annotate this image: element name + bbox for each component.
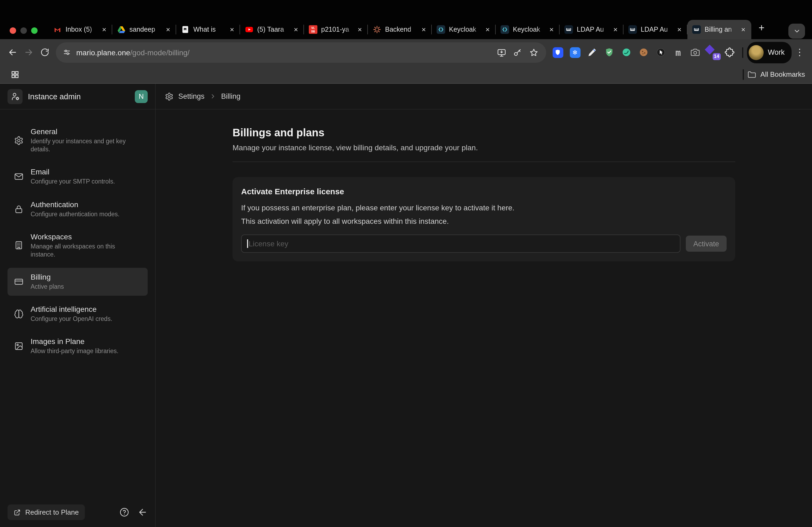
sidebar-item-billing[interactable]: Billing Active plans xyxy=(8,268,148,296)
tab-keycloak-1[interactable]: Keycloak ✕ xyxy=(432,20,496,39)
sidebar-item-email[interactable]: Email Configure your SMTP controls. xyxy=(8,163,148,191)
tab-title: Billing an xyxy=(705,26,737,33)
tab-close-icon[interactable]: ✕ xyxy=(547,25,556,34)
tab-close-icon[interactable]: ✕ xyxy=(100,25,108,34)
tab-close-icon[interactable]: ✕ xyxy=(419,25,428,34)
extension-cookie-manager[interactable] xyxy=(618,44,635,61)
chevron-down-icon xyxy=(793,27,800,35)
redirect-to-plane-button[interactable]: Redirect to Plane xyxy=(8,505,85,520)
pen-icon xyxy=(587,47,597,57)
extension-snowflake[interactable]: ❄ xyxy=(566,44,583,61)
site-settings-icon[interactable] xyxy=(59,44,75,60)
svg-text:DB: DB xyxy=(311,30,315,33)
help-button[interactable] xyxy=(119,507,129,517)
url-text[interactable]: mario.plane.one/god-mode/billing/ xyxy=(76,48,190,57)
all-bookmarks-button[interactable]: All Bookmarks xyxy=(748,70,805,79)
tab-title: LDAP Au xyxy=(577,26,610,33)
tab-close-icon[interactable]: ✕ xyxy=(739,25,748,34)
keycloak-favicon-icon xyxy=(437,25,445,34)
sidebar-item-authentication[interactable]: Authentication Configure authentication … xyxy=(8,195,148,223)
profile-name: Work xyxy=(768,48,785,56)
folder-icon xyxy=(748,70,756,79)
bookmark-star-button[interactable] xyxy=(525,44,541,60)
profile-chip[interactable]: Work xyxy=(747,42,792,63)
tab-inbox[interactable]: Inbox (5) ✕ xyxy=(48,20,112,39)
tab-backend[interactable]: Backend ✕ xyxy=(368,20,432,39)
sidebar-title: Instance admin xyxy=(28,92,129,101)
close-window-button[interactable] xyxy=(10,27,16,34)
minimize-window-button[interactable] xyxy=(20,27,27,34)
zoom-window-button[interactable] xyxy=(31,27,38,34)
install-app-button[interactable] xyxy=(493,44,509,60)
shield-check-icon xyxy=(604,47,614,57)
tab-ldap-2[interactable]: LDAP Au ✕ xyxy=(624,20,687,39)
tab-what-is[interactable]: What is ✕ xyxy=(176,20,240,39)
help-circle-icon xyxy=(119,507,129,517)
tab-title: LDAP Au xyxy=(641,26,673,33)
collapse-sidebar-button[interactable] xyxy=(137,507,148,517)
settings-gear-icon xyxy=(165,92,173,101)
star-icon xyxy=(529,47,538,57)
tab-title: Keycloak xyxy=(449,26,482,33)
tab-close-icon[interactable]: ✕ xyxy=(356,25,364,34)
extension-badge: 14 xyxy=(712,53,721,60)
tab-vldb[interactable]: VLDB p2101-ya ✕ xyxy=(304,20,368,39)
google-drive-favicon-icon xyxy=(117,25,126,34)
profile-avatar xyxy=(748,45,764,60)
tab-close-icon[interactable]: ✕ xyxy=(292,25,300,34)
tab-keycloak-2[interactable]: Keycloak ✕ xyxy=(496,20,560,39)
tab-youtube[interactable]: (5) Taara ✕ xyxy=(240,20,304,39)
back-arrow-icon xyxy=(7,47,17,57)
tab-ldap-1[interactable]: LDAP Au ✕ xyxy=(560,20,624,39)
camera-icon xyxy=(690,47,700,57)
license-input-wrap xyxy=(241,235,680,253)
tab-drive[interactable]: sandeep ✕ xyxy=(112,20,176,39)
forward-button[interactable] xyxy=(20,44,37,60)
tab-billing-active[interactable]: Billing an ✕ xyxy=(687,20,751,39)
plane-favicon-icon xyxy=(628,25,637,34)
extension-monkeytype[interactable]: m xyxy=(669,44,686,61)
license-key-input[interactable] xyxy=(241,235,680,253)
window-controls[interactable] xyxy=(10,27,38,34)
tab-search-button[interactable] xyxy=(788,24,805,39)
image-icon xyxy=(14,342,24,351)
extension-screenshot[interactable] xyxy=(686,44,704,61)
tabs-container: Inbox (5) ✕ sandeep ✕ What is ✕ xyxy=(48,20,770,39)
address-bar[interactable]: mario.plane.one/god-mode/billing/ xyxy=(56,42,546,62)
cursor-icon xyxy=(656,47,666,57)
reload-button[interactable] xyxy=(37,44,53,60)
tab-close-icon[interactable]: ✕ xyxy=(164,25,172,34)
password-manager-button[interactable] xyxy=(509,44,525,60)
external-link-icon xyxy=(13,509,21,516)
user-avatar-badge[interactable]: N xyxy=(135,90,148,103)
new-tab-button[interactable]: + xyxy=(753,20,770,36)
extensions-menu-button[interactable] xyxy=(721,44,738,61)
tab-close-icon[interactable]: ✕ xyxy=(228,25,236,34)
brain-icon xyxy=(14,310,24,319)
activate-button[interactable]: Activate xyxy=(686,236,727,252)
mail-icon xyxy=(14,172,24,182)
extension-bitwarden[interactable] xyxy=(549,44,566,61)
browser-menu-button[interactable]: ⋮ xyxy=(792,44,808,60)
breadcrumb-settings[interactable]: Settings xyxy=(178,92,205,100)
extension-colorpicker[interactable] xyxy=(583,44,601,61)
apps-shortcut-button[interactable] xyxy=(7,66,23,82)
back-button[interactable] xyxy=(4,44,20,60)
tab-close-icon[interactable]: ✕ xyxy=(483,25,492,34)
extension-cursor-recorder[interactable] xyxy=(652,44,669,61)
sidebar-item-artificial-intelligence[interactable]: Artificial intelligence Configure your O… xyxy=(8,300,148,328)
toolbar-separator xyxy=(742,47,743,58)
tab-close-icon[interactable]: ✕ xyxy=(675,25,684,34)
tab-close-icon[interactable]: ✕ xyxy=(611,25,620,34)
extension-adguard[interactable] xyxy=(601,44,618,61)
extension-cookie-editor[interactable] xyxy=(635,44,652,61)
sidebar-item-workspaces[interactable]: Workspaces Manage all workspaces on this… xyxy=(8,227,148,264)
all-bookmarks-label: All Bookmarks xyxy=(760,70,805,78)
bookmarks-bar: All Bookmarks xyxy=(0,65,812,84)
building-icon xyxy=(14,241,24,250)
extension-purple-badge[interactable]: 14 xyxy=(704,44,721,61)
claude-starburst-favicon-icon xyxy=(373,25,381,34)
sidebar-item-general[interactable]: General Identify your instances and get … xyxy=(8,122,148,159)
sidebar-item-images-in-plane[interactable]: Images in Plane Allow third-party image … xyxy=(8,332,148,360)
leaf-icon xyxy=(621,47,632,57)
